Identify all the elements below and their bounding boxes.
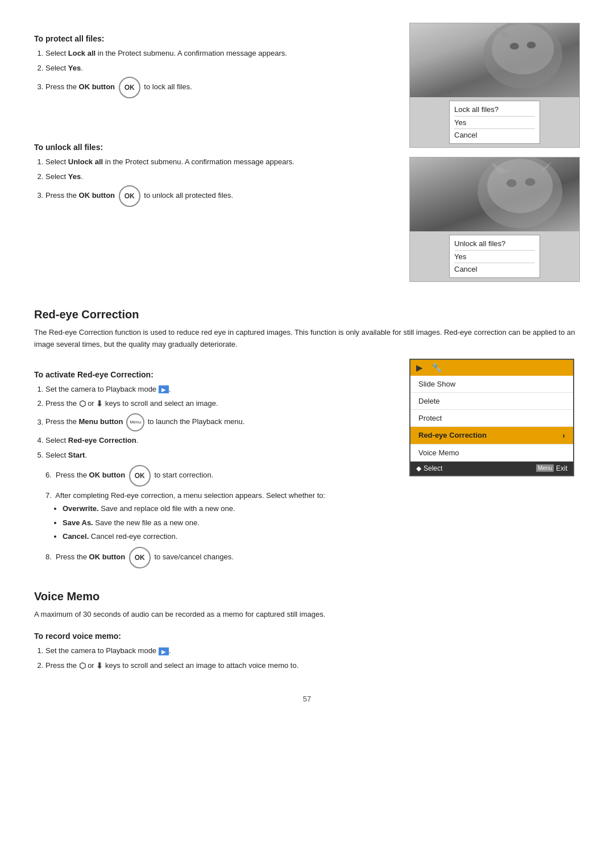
playback-menu-header: ▶ 🔧 (410, 360, 573, 376)
menu-button-icon: Menu (126, 413, 144, 431)
playback-mode-icon-2: ▶ (159, 647, 169, 655)
protect-left: To protect all files: Select Lock all in… (34, 23, 392, 291)
lock-screen: Lock all files? Yes Cancel (409, 23, 580, 148)
red-eye-options-list: Overwrite. Save and replace old file wit… (63, 503, 392, 542)
ok-step-6: 6. Press the OK button OK to start corre… (45, 465, 392, 487)
protect-section: To protect all files: Select Lock all in… (34, 23, 580, 291)
red-eye-step-5: Select Start. (45, 450, 392, 461)
down-key-icon-2: ⬇ (96, 660, 103, 672)
ok-button-icon-4: OK (129, 547, 151, 568)
menu-item-red-eye: Red-eye Correction › (410, 427, 573, 445)
unlock-screen-image (410, 157, 579, 231)
red-eye-step-3: Press the Menu button Menu to launch the… (45, 413, 392, 431)
unlock-step-3: Press the OK button OK to unlock all pro… (45, 185, 392, 207)
lock-dialog: Lock all files? Yes Cancel (410, 97, 579, 147)
menu-item-protect: Protect (410, 410, 573, 427)
lock-cancel-option: Cancel (454, 129, 535, 141)
playback-menu-footer: ◆ Select Menu Exit (410, 462, 573, 475)
unlock-dialog-box: Unlock all files? Yes Cancel (449, 235, 540, 278)
menu-item-voice-memo: Voice Memo (410, 445, 573, 462)
ok-step-8: 8. Press the OK button OK to save/cancel… (45, 547, 392, 568)
menu-item-delete: Delete (410, 393, 573, 410)
step-7: 7. After completing Red-eye correction, … (45, 491, 392, 542)
ok-button-icon: OK (119, 77, 140, 98)
voice-memo-step-1: Set the camera to Playback mode ▶. (45, 645, 580, 657)
cat-svg-bottom (410, 157, 579, 231)
unlock-yes-option: Yes (454, 251, 535, 263)
ok-button-icon-3: OK (129, 465, 151, 487)
lock-screen-image (410, 23, 579, 97)
red-eye-intro: The Red-eye Correction function is used … (34, 327, 580, 351)
page-number: 57 (34, 695, 580, 703)
down-key-icon: ⬇ (96, 398, 103, 410)
page-content: To protect all files: Select Lock all in… (34, 23, 580, 703)
red-eye-steps: Set the camera to Playback mode ▶. Press… (45, 384, 392, 461)
voice-memo-step-2: Press the ⬡ or ⬇ keys to scroll and sele… (45, 660, 580, 672)
svg-point-5 (510, 43, 519, 49)
scroll-keys-icon: ⬡ (79, 398, 86, 410)
save-as-option: Save As. Save the new file as a new one. (63, 517, 392, 529)
cat-svg-top (410, 23, 579, 97)
protect-right: Lock all files? Yes Cancel (409, 23, 580, 291)
activate-red-eye-title: To activate Red-eye Correction: (34, 370, 392, 379)
protect-step-3: Press the OK button OK to lock all files… (45, 77, 392, 98)
red-eye-title: Red-eye Correction (34, 308, 580, 321)
scroll-keys-icon-2: ⬡ (79, 660, 86, 672)
red-eye-step-2: Press the ⬡ or ⬇ keys to scroll and sele… (45, 398, 392, 410)
red-eye-right: ▶ 🔧 Slide Show Delete Protect Red-eye Co… (409, 359, 580, 573)
exit-label: Menu Exit (536, 464, 567, 472)
submenu-arrow-icon: › (562, 431, 565, 440)
ok-button-icon-2: OK (119, 185, 140, 207)
playback-icon: ▶ (416, 363, 423, 373)
unlock-steps-list: Select Unlock all in the Protect submenu… (45, 156, 392, 207)
unlock-step-2: Select Yes. (45, 171, 392, 182)
cancel-option: Cancel. Cancel red-eye correction. (63, 531, 392, 542)
record-voice-memo-title: To record voice memo: (34, 632, 580, 641)
svg-point-12 (525, 178, 536, 186)
voice-memo-intro: A maximum of 30 seconds of audio can be … (34, 609, 580, 621)
svg-point-11 (507, 179, 517, 187)
svg-point-6 (527, 41, 536, 48)
unlock-screen: Unlock all files? Yes Cancel (409, 157, 580, 282)
voice-memo-steps: Set the camera to Playback mode ▶. Press… (45, 645, 580, 672)
unlock-all-title: To unlock all files: (34, 143, 392, 152)
lock-dialog-box: Lock all files? Yes Cancel (449, 101, 540, 144)
menu-exit-icon: Menu (536, 464, 554, 472)
protect-steps-list: Select Lock all in the Protect submenu. … (45, 48, 392, 98)
lock-dialog-title: Lock all files? (454, 103, 535, 117)
protect-step-2: Select Yes. (45, 63, 392, 74)
protect-step-1: Select Lock all in the Protect submenu. … (45, 48, 392, 59)
protect-all-title: To protect all files: (34, 34, 392, 43)
playback-mode-icon: ▶ (159, 385, 169, 393)
unlock-step-1: Select Unlock all in the Protect submenu… (45, 156, 392, 168)
unlock-dialog-title: Unlock all files? (454, 238, 535, 251)
red-eye-left: To activate Red-eye Correction: Set the … (34, 359, 392, 573)
red-eye-section: To activate Red-eye Correction: Set the … (34, 359, 580, 573)
overwrite-option: Overwrite. Save and replace old file wit… (63, 503, 392, 514)
unlock-cancel-option: Cancel (454, 263, 535, 275)
select-label: ◆ Select (416, 464, 442, 472)
spanner-icon: 🔧 (432, 363, 442, 373)
lock-yes-option: Yes (454, 117, 535, 129)
voice-memo-title: Voice Memo (34, 590, 580, 603)
unlock-dialog: Unlock all files? Yes Cancel (410, 231, 579, 281)
red-eye-step-1: Set the camera to Playback mode ▶. (45, 384, 392, 395)
red-eye-step-4: Select Red-eye Correction. (45, 435, 392, 446)
menu-item-slideshow: Slide Show (410, 376, 573, 393)
diamond-icon: ◆ (416, 464, 421, 472)
playback-menu: ▶ 🔧 Slide Show Delete Protect Red-eye Co… (409, 359, 574, 476)
